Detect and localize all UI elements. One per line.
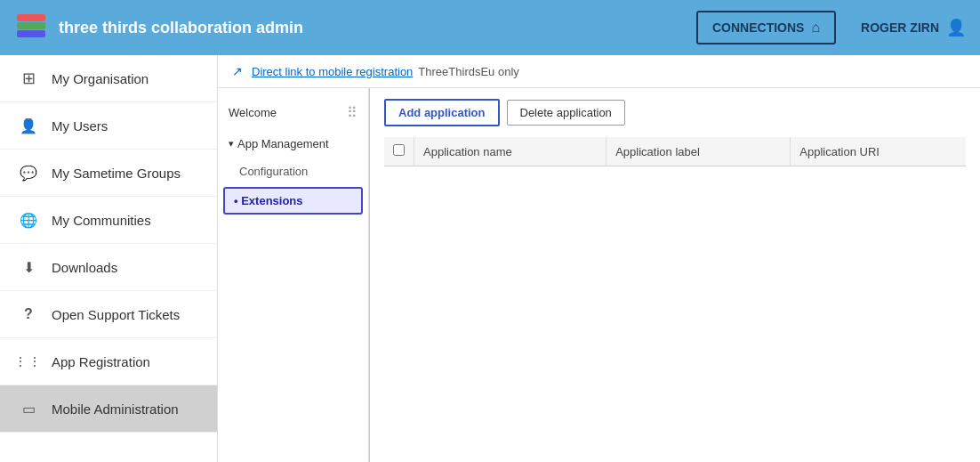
support-icon [18, 304, 39, 325]
apps-icon [18, 351, 39, 372]
home-icon: ⌂ [811, 20, 820, 36]
nav-tree: Welcome ⠿ ▾ App Management Configuration… [218, 88, 369, 462]
topbar-suffix: ThreeThirdsEu only [418, 65, 518, 78]
chevron-down-icon: ▾ [229, 138, 234, 150]
sidebar-item-mobile-administration[interactable]: Mobile Administration [0, 385, 217, 433]
chat-icon [18, 162, 39, 183]
right-panel: Add application Delete application Appli… [370, 88, 980, 462]
table-header-app-name: Application name [414, 137, 606, 166]
applications-table: Application name Application label Appli… [384, 137, 966, 166]
table-header-app-uri: Application URI [791, 137, 966, 166]
app-title: three thirds collaboration admin [59, 19, 686, 37]
nav-item-app-management[interactable]: ▾ App Management [218, 130, 368, 158]
sidebar-item-my-users[interactable]: My Users [0, 102, 217, 150]
main-content: Direct link to mobile registration Three… [218, 55, 980, 462]
external-link-icon [232, 64, 243, 78]
action-bar: Add application Delete application [384, 99, 966, 126]
sidebar: My Organisation My Users My Sametime Gro… [0, 55, 218, 462]
sidebar-label-downloads: Downloads [52, 260, 117, 275]
sidebar-item-my-sametime-groups[interactable]: My Sametime Groups [0, 150, 217, 197]
user-area: ROGER ZIRN 👤 [861, 18, 966, 37]
globe-icon [18, 209, 39, 231]
topbar: Direct link to mobile registration Three… [218, 55, 980, 88]
person-icon [18, 115, 39, 136]
connections-label: CONNECTIONS [712, 20, 804, 35]
sidebar-label-open-support-tickets: Open Support Tickets [52, 307, 180, 322]
main-layout: My Organisation My Users My Sametime Gro… [0, 55, 980, 462]
nav-app-management-label: App Management [237, 137, 329, 150]
table-header-checkbox [384, 137, 414, 166]
cloud-download-icon [18, 256, 39, 278]
sidebar-label-my-users: My Users [52, 118, 108, 134]
nav-item-extensions[interactable]: Extensions [223, 187, 363, 215]
sidebar-item-my-organisation[interactable]: My Organisation [0, 55, 217, 102]
select-all-checkbox[interactable] [393, 144, 405, 156]
app-logo [14, 11, 48, 45]
nav-welcome-drag: ⠿ [347, 104, 357, 121]
sidebar-label-app-registration: App Registration [52, 354, 150, 369]
connections-button[interactable]: CONNECTIONS ⌂ [696, 11, 836, 45]
nav-extensions-label: Extensions [241, 194, 302, 207]
grid-icon [18, 68, 39, 89]
table-header-app-label: Application label [606, 137, 791, 166]
sidebar-label-mobile-administration: Mobile Administration [52, 401, 179, 417]
content-area: Welcome ⠿ ▾ App Management Configuration… [218, 88, 980, 462]
table-header-row: Application name Application label Appli… [384, 137, 966, 166]
user-icon: 👤 [946, 18, 966, 37]
sidebar-item-my-communities[interactable]: My Communities [0, 197, 217, 244]
nav-welcome-label: Welcome [229, 106, 277, 119]
sidebar-label-my-organisation: My Organisation [52, 71, 149, 86]
user-name: ROGER ZIRN [861, 20, 939, 35]
nav-item-configuration[interactable]: Configuration [218, 158, 368, 185]
delete-application-button[interactable]: Delete application [507, 100, 625, 126]
header: three thirds collaboration admin CONNECT… [0, 0, 980, 55]
sidebar-label-my-communities: My Communities [52, 213, 151, 228]
add-application-button[interactable]: Add application [384, 99, 500, 126]
nav-welcome: Welcome ⠿ [218, 95, 368, 130]
sidebar-label-my-sametime-groups: My Sametime Groups [52, 166, 181, 181]
mobile-icon [18, 398, 39, 419]
sidebar-item-app-registration[interactable]: App Registration [0, 338, 217, 385]
sidebar-item-downloads[interactable]: Downloads [0, 244, 217, 291]
sidebar-item-open-support-tickets[interactable]: Open Support Tickets [0, 291, 217, 338]
direct-link[interactable]: Direct link to mobile registration [252, 65, 413, 78]
nav-configuration-label: Configuration [239, 165, 308, 178]
